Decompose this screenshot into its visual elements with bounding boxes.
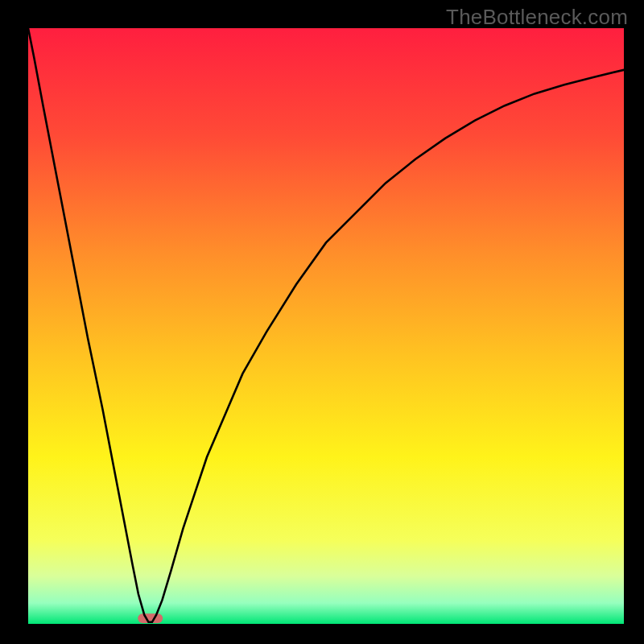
chart-frame: TheBottleneck.com [0, 0, 644, 644]
gradient-background [28, 28, 624, 624]
bottleneck-chart [28, 28, 624, 624]
watermark-text: TheBottleneck.com [446, 5, 628, 30]
